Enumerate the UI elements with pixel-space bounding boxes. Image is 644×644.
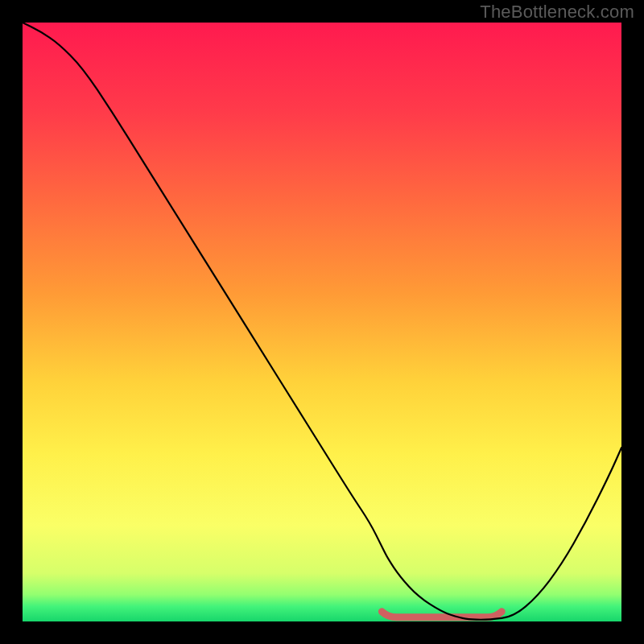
chart-svg: [23, 23, 621, 621]
outer-frame: TheBottleneck.com: [0, 0, 644, 644]
watermark-text: TheBottleneck.com: [480, 2, 634, 23]
chart-area: [23, 23, 621, 621]
